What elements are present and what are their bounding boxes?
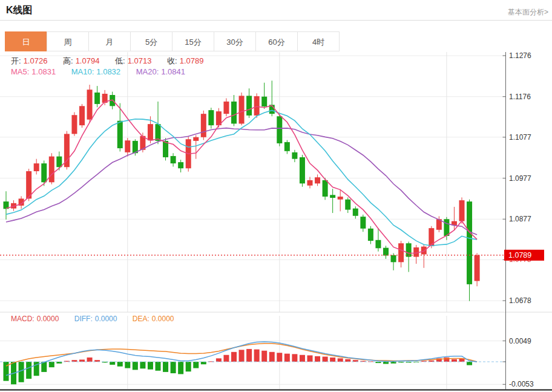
high-label: 高: bbox=[63, 56, 73, 65]
high-value: 1.0794 bbox=[76, 56, 100, 65]
candle-body bbox=[87, 90, 93, 119]
macd-bar bbox=[383, 362, 389, 364]
close-value: 1.0789 bbox=[180, 56, 204, 65]
grid-lines bbox=[0, 52, 506, 389]
diff-label: DIFF: bbox=[74, 315, 93, 323]
candle-body bbox=[178, 162, 183, 168]
macd-bar bbox=[156, 362, 161, 371]
macd-value: 0.0000 bbox=[37, 315, 59, 323]
candle-body bbox=[368, 229, 373, 241]
ohlc-readout: 开:1.0726 高:1.0794 低:1.0713 收:1.0789 bbox=[11, 56, 206, 67]
low-label: 低: bbox=[115, 56, 125, 65]
macd-bar bbox=[87, 358, 93, 362]
ma5-label: MA5: bbox=[11, 67, 29, 76]
macd-bar bbox=[26, 362, 31, 379]
macd-bar bbox=[148, 362, 153, 370]
candle-body bbox=[444, 219, 449, 236]
dea-label: DEA: bbox=[133, 315, 150, 323]
candle-body bbox=[223, 102, 229, 114]
candle-body bbox=[246, 96, 252, 116]
macd-bar bbox=[444, 358, 449, 362]
macd-bar bbox=[307, 355, 313, 362]
fundamental-analysis-link[interactable]: 基本面分析> bbox=[508, 7, 548, 18]
current-price-badge-value: 1.0789 bbox=[508, 251, 531, 260]
macd-bar bbox=[269, 352, 275, 362]
ma5-value: 1.0831 bbox=[31, 67, 56, 76]
open-label: 开: bbox=[11, 56, 21, 65]
macd-readout: MACD:0.0000 DIFF:0.0000 DEA:0.0000 bbox=[11, 315, 176, 323]
candle-body bbox=[353, 209, 358, 216]
period-tabs: 日 周 月 5分 15分 30分 60分 4时 bbox=[5, 31, 340, 51]
candle-body bbox=[156, 124, 161, 141]
candle-body bbox=[239, 96, 245, 123]
ma10-label: MA10: bbox=[71, 67, 94, 76]
tab-15min[interactable]: 15分 bbox=[172, 31, 214, 51]
macd-bar bbox=[171, 362, 176, 373]
candlestick-layer bbox=[4, 80, 480, 301]
candle-body bbox=[49, 157, 54, 183]
candle-body bbox=[459, 200, 465, 221]
candle-body bbox=[375, 240, 381, 249]
tab-month[interactable]: 月 bbox=[88, 31, 131, 51]
candle-body bbox=[338, 197, 343, 200]
macd-bar bbox=[338, 358, 343, 362]
candle-body bbox=[34, 163, 39, 171]
diff-value: 0.0000 bbox=[95, 315, 117, 323]
macd-histogram bbox=[4, 349, 473, 384]
axis-tick-label: 1.1276 bbox=[509, 51, 531, 60]
macd-bar bbox=[300, 355, 305, 362]
tab-4hour[interactable]: 4时 bbox=[297, 31, 340, 51]
candle-body bbox=[71, 115, 77, 134]
macd-bar bbox=[4, 362, 9, 381]
macd-bar bbox=[323, 357, 328, 362]
tab-week[interactable]: 周 bbox=[47, 31, 89, 51]
low-value: 1.0713 bbox=[128, 56, 152, 65]
axis-tick-label: 1.0977 bbox=[509, 174, 531, 183]
axis-tick-label: 1.1176 bbox=[509, 93, 531, 101]
tab-day[interactable]: 日 bbox=[5, 31, 47, 51]
candle-body bbox=[79, 106, 85, 125]
candle-body bbox=[284, 142, 290, 151]
macd-bar bbox=[125, 362, 130, 368]
candle-body bbox=[148, 124, 153, 140]
candle-body bbox=[330, 195, 335, 198]
candle-body bbox=[125, 140, 130, 152]
ma10-value: 1.0832 bbox=[96, 67, 120, 76]
candle-body bbox=[277, 116, 282, 143]
candle-body bbox=[163, 141, 168, 157]
macd-bar bbox=[163, 362, 168, 372]
candle-body bbox=[56, 157, 62, 168]
macd-bar bbox=[193, 362, 199, 368]
macd-bar bbox=[467, 362, 472, 365]
dea-value: 0.0000 bbox=[152, 315, 174, 323]
tab-30min[interactable]: 30分 bbox=[214, 31, 256, 51]
candle-body bbox=[208, 110, 214, 125]
header-divider bbox=[0, 20, 552, 21]
candle-body bbox=[360, 217, 366, 229]
candle-body bbox=[323, 180, 328, 197]
ma20-value: 1.0841 bbox=[161, 67, 185, 76]
macd-bar bbox=[216, 358, 222, 362]
macd-bar bbox=[261, 351, 267, 362]
candle-body bbox=[94, 93, 100, 104]
macd-bar bbox=[49, 362, 54, 367]
macd-bar bbox=[117, 362, 123, 367]
candle-body bbox=[315, 177, 320, 183]
macd-bar bbox=[254, 350, 260, 362]
candle-body bbox=[383, 248, 389, 256]
candle-body bbox=[171, 156, 176, 163]
axis-tick-label: 1.1077 bbox=[509, 133, 531, 142]
kline-page: K线图 基本面分析> 日 周 月 5分 15分 30分 60分 4时 开:1.0… bbox=[0, 0, 552, 392]
axis-tick-label: -0.0053 bbox=[509, 380, 534, 388]
macd-bar bbox=[292, 354, 297, 362]
macd-bar bbox=[277, 353, 282, 362]
candle-body bbox=[201, 114, 206, 137]
macd-bar bbox=[201, 362, 206, 364]
ma20-line bbox=[6, 128, 477, 235]
tab-5min[interactable]: 5分 bbox=[130, 31, 172, 51]
macd-bar bbox=[79, 359, 85, 362]
tab-60min[interactable]: 60分 bbox=[255, 31, 298, 51]
macd-bar bbox=[345, 359, 350, 362]
candle-body bbox=[193, 137, 199, 141]
candle-body bbox=[421, 247, 427, 255]
